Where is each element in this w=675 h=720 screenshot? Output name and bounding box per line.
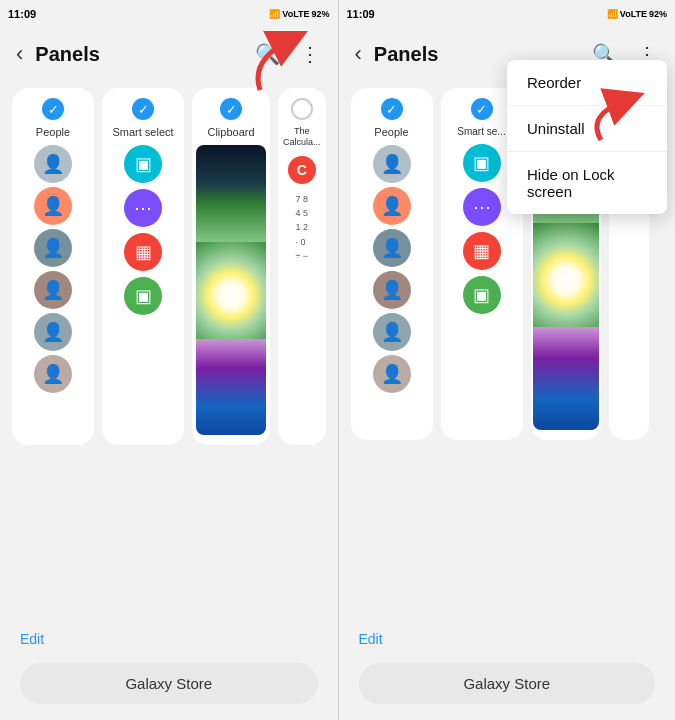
fourth-label-left: TheCalcula... <box>283 126 321 148</box>
ss-btn-1-right: ▣ <box>463 144 501 182</box>
avatar-4-right: 👤 <box>373 271 411 309</box>
avatar-1-right: 👤 <box>373 145 411 183</box>
people-avatars-right: 👤 👤 👤 👤 👤 👤 <box>359 145 425 393</box>
smart-select-check-right: ✓ <box>471 98 493 120</box>
back-button-left[interactable]: ‹ <box>12 37 27 71</box>
clipboard-images-left <box>196 145 266 435</box>
sunset-image-right <box>533 327 599 430</box>
clipboard-label-left: Clipboard <box>207 126 254 139</box>
avatar-2-right: 👤 <box>373 187 411 225</box>
avatar-6-right: 👤 <box>373 355 411 393</box>
ss-btn-3-right: ▦ <box>463 232 501 270</box>
smart-select-buttons-left: ▣ ⋯ ▦ ▣ <box>124 145 162 315</box>
time-left: 11:09 <box>8 8 36 20</box>
galaxy-store-btn-left[interactable]: Galaxy Store <box>20 663 318 704</box>
avatar-3-left: 👤 <box>34 229 72 267</box>
fourth-check-left <box>291 98 313 120</box>
dropdown-menu: Reorder Uninstall Hide on Lock screen <box>507 60 667 214</box>
smart-select-label-right: Smart se... <box>457 126 505 138</box>
smart-select-panel-left[interactable]: ✓ Smart select ▣ ⋯ ▦ ▣ <box>102 88 184 445</box>
dropdown-hide-lock[interactable]: Hide on Lock screen <box>507 152 667 214</box>
people-panel-left[interactable]: ✓ People 👤 👤 👤 👤 👤 👤 <box>12 88 94 445</box>
status-bar-left: 11:09 📶 VoLTE 92% <box>0 0 338 28</box>
smart-select-buttons-right: ▣ ⋯ ▦ ▣ <box>463 144 501 314</box>
status-icons-left: 📶 VoLTE 92% <box>269 9 329 19</box>
status-bar-right: 11:09 📶 VoLTE 92% <box>339 0 676 28</box>
ss-btn-1-left: ▣ <box>124 145 162 183</box>
people-check-left: ✓ <box>42 98 64 120</box>
ss-btn-4-left: ▣ <box>124 277 162 315</box>
panels-row-left: ✓ People 👤 👤 👤 👤 👤 👤 ✓ Smart select ▣ ⋯ <box>12 88 326 445</box>
galaxy-store-btn-right[interactable]: Galaxy Store <box>359 663 656 704</box>
time-right: 11:09 <box>347 8 375 20</box>
edit-link-right[interactable]: Edit <box>347 623 395 655</box>
panels-container-left: ✓ People 👤 👤 👤 👤 👤 👤 ✓ Smart select ▣ ⋯ <box>0 80 338 623</box>
right-screen: 11:09 📶 VoLTE 92% ‹ Panels 🔍 ⋮ Reorder U… <box>339 0 676 720</box>
smart-select-label-left: Smart select <box>112 126 173 139</box>
page-title-left: Panels <box>35 43 240 66</box>
fourth-panel-left[interactable]: TheCalcula... C 7 84 51 2· 0÷ − <box>278 88 326 445</box>
dropdown-reorder[interactable]: Reorder <box>507 60 667 106</box>
clipboard-check-left: ✓ <box>220 98 242 120</box>
search-icon-left[interactable]: 🔍 <box>249 38 286 70</box>
toolbar-left: ‹ Panels 🔍 ⋮ <box>0 28 338 80</box>
smart-select-check-left: ✓ <box>132 98 154 120</box>
people-label-left: People <box>36 126 70 139</box>
ss-btn-3-left: ▦ <box>124 233 162 271</box>
dropdown-uninstall[interactable]: Uninstall <box>507 106 667 152</box>
avatar-5-left: 👤 <box>34 313 72 351</box>
avatar-3-right: 👤 <box>373 229 411 267</box>
edit-link-left[interactable]: Edit <box>8 623 56 655</box>
ss-btn-2-left: ⋯ <box>124 189 162 227</box>
status-icons-right: 📶 VoLTE 92% <box>607 9 667 19</box>
c-badge-left: C <box>288 156 316 184</box>
calc-content-left: 7 84 51 2· 0÷ − <box>295 192 308 264</box>
avatar-2-left: 👤 <box>34 187 72 225</box>
people-label-right: People <box>374 126 408 139</box>
more-icon-left[interactable]: ⋮ <box>294 38 326 70</box>
daisy-image-left <box>196 242 266 339</box>
daisy-image-right <box>533 223 599 326</box>
sunset-image-left <box>196 339 266 436</box>
people-panel-right[interactable]: ✓ People 👤 👤 👤 👤 👤 👤 <box>351 88 433 440</box>
avatar-6-left: 👤 <box>34 355 72 393</box>
ss-btn-2-right: ⋯ <box>463 188 501 226</box>
back-button-right[interactable]: ‹ <box>351 37 366 71</box>
avatar-1-left: 👤 <box>34 145 72 183</box>
people-avatars-left: 👤 👤 👤 👤 👤 👤 <box>20 145 86 393</box>
avatar-4-left: 👤 <box>34 271 72 309</box>
avatar-5-right: 👤 <box>373 313 411 351</box>
people-check-right: ✓ <box>381 98 403 120</box>
ss-btn-4-right: ▣ <box>463 276 501 314</box>
left-screen: 11:09 📶 VoLTE 92% ‹ Panels 🔍 ⋮ ✓ <box>0 0 338 720</box>
clipboard-panel-left[interactable]: ✓ Clipboard <box>192 88 270 445</box>
aurora-image-left <box>196 145 266 242</box>
